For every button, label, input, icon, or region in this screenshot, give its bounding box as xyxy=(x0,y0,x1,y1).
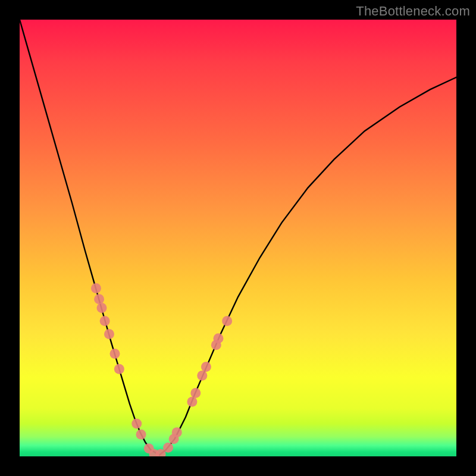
marker-dot xyxy=(187,397,197,407)
marker-dot xyxy=(197,371,207,381)
marker-dot xyxy=(201,362,211,372)
chart-frame: TheBottleneck.com xyxy=(0,0,476,476)
watermark-text: TheBottleneck.com xyxy=(356,4,470,19)
marker-dot xyxy=(91,283,101,293)
marker-dot xyxy=(172,427,182,437)
marker-dot xyxy=(94,294,104,304)
curve-markers xyxy=(91,283,232,456)
marker-dot xyxy=(213,333,223,343)
bottleneck-curve xyxy=(20,20,456,455)
chart-svg xyxy=(20,20,456,456)
marker-dot xyxy=(114,364,124,374)
marker-dot xyxy=(136,430,146,440)
marker-dot xyxy=(110,349,120,359)
marker-dot xyxy=(131,418,142,428)
marker-dot xyxy=(222,316,232,326)
marker-dot xyxy=(104,329,114,339)
marker-dot xyxy=(100,316,110,326)
chart-plot-area xyxy=(20,20,456,456)
marker-dot xyxy=(190,388,201,398)
marker-dot xyxy=(163,443,173,453)
marker-dot xyxy=(96,303,107,313)
